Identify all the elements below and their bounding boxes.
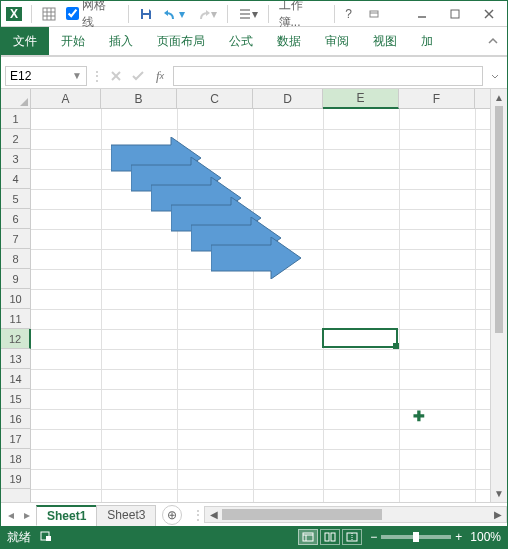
tab-file[interactable]: 文件: [1, 27, 49, 55]
sheet-nav[interactable]: ◂▸: [1, 508, 37, 522]
gridview-icon[interactable]: [40, 4, 58, 24]
formula-expand-icon[interactable]: [487, 71, 503, 81]
ribbon-collapse-icon[interactable]: [479, 27, 507, 55]
vertical-scrollbar[interactable]: ▲ ▼: [490, 89, 507, 502]
gridlines-checkbox[interactable]: 网格线: [64, 4, 120, 24]
sheet-tabs-row: ◂▸ Sheet1Sheet3 ⊕ ⋮ ◀ ▶: [1, 502, 507, 526]
scroll-up-icon[interactable]: ▲: [491, 89, 507, 106]
horizontal-scrollbar[interactable]: ◀ ▶: [204, 506, 507, 523]
workbook-dropdown[interactable]: 工作簿...: [277, 4, 327, 24]
cells-area[interactable]: ✚: [31, 109, 507, 502]
row-header-13[interactable]: 13: [1, 349, 30, 369]
selection-rect: [322, 328, 398, 348]
zoom-knob[interactable]: [413, 532, 419, 542]
svg-rect-26: [331, 533, 335, 541]
row-header-5[interactable]: 5: [1, 189, 30, 209]
arrow-shape[interactable]: [211, 237, 301, 282]
svg-rect-2: [43, 8, 55, 20]
view-normal-icon[interactable]: [298, 529, 318, 545]
add-sheet-button[interactable]: ⊕: [162, 505, 182, 525]
row-header-6[interactable]: 6: [1, 209, 30, 229]
zoom-level[interactable]: 100%: [470, 530, 501, 544]
tab-home[interactable]: 开始: [49, 27, 97, 55]
help-icon[interactable]: ?: [343, 4, 354, 24]
redo-icon[interactable]: ▾: [193, 4, 219, 24]
zoom-slider[interactable]: − +: [370, 530, 462, 544]
tab-layout[interactable]: 页面布局: [145, 27, 217, 55]
row-header-7[interactable]: 7: [1, 229, 30, 249]
tab-insert[interactable]: 插入: [97, 27, 145, 55]
col-header-B[interactable]: B: [101, 89, 177, 108]
zoom-out-icon[interactable]: −: [370, 530, 377, 544]
svg-rect-8: [143, 15, 149, 19]
row-header-14[interactable]: 14: [1, 369, 30, 389]
vscroll-thumb[interactable]: [495, 106, 503, 333]
plus-cursor-icon: ✚: [413, 409, 425, 423]
save-icon[interactable]: [137, 4, 155, 24]
maximize-button[interactable]: [441, 4, 469, 24]
accept-formula-icon[interactable]: [129, 67, 147, 85]
chevron-down-icon[interactable]: ▼: [72, 70, 82, 81]
name-box-value: E12: [10, 69, 31, 83]
row-header-18[interactable]: 18: [1, 449, 30, 469]
status-ready: 就绪: [7, 529, 31, 546]
col-header-E[interactable]: E: [323, 89, 399, 109]
svg-rect-12: [370, 11, 378, 17]
scroll-left-icon[interactable]: ◀: [205, 509, 222, 520]
gridlines-check[interactable]: [66, 7, 79, 20]
sheet-tab-sheet3[interactable]: Sheet3: [96, 505, 156, 526]
svg-rect-25: [325, 533, 329, 541]
cancel-formula-icon[interactable]: [107, 67, 125, 85]
row-header-16[interactable]: 16: [1, 409, 30, 429]
tab-formulas[interactable]: 公式: [217, 27, 265, 55]
minimize-button[interactable]: [408, 4, 436, 24]
view-page-break-icon[interactable]: [342, 529, 362, 545]
row-header-12[interactable]: 12: [1, 329, 31, 349]
formula-input[interactable]: [173, 66, 483, 86]
quick-access-toolbar: X 网格线 ▾ ▾ ▾ 工作簿... ?: [1, 1, 507, 27]
tab-view[interactable]: 视图: [361, 27, 409, 55]
row-header-11[interactable]: 11: [1, 309, 30, 329]
ribbon-tabs: 文件 开始 插入 页面布局 公式 数据 审阅 视图 加: [1, 27, 507, 57]
undo-icon[interactable]: ▾: [161, 4, 187, 24]
scroll-down-icon[interactable]: ▼: [491, 485, 507, 502]
svg-rect-15: [451, 10, 459, 18]
row-header-3[interactable]: 3: [1, 149, 30, 169]
name-box[interactable]: E12 ▼: [5, 66, 87, 86]
row-header-17[interactable]: 17: [1, 429, 30, 449]
row-header-9[interactable]: 9: [1, 269, 30, 289]
row-header-2[interactable]: 2: [1, 129, 30, 149]
view-page-layout-icon[interactable]: [320, 529, 340, 545]
row-header-10[interactable]: 10: [1, 289, 30, 309]
record-macro-icon[interactable]: [39, 529, 53, 546]
col-header-F[interactable]: F: [399, 89, 475, 108]
col-header-D[interactable]: D: [253, 89, 323, 108]
hscroll-split[interactable]: ⋮: [192, 508, 204, 522]
row-header-4[interactable]: 4: [1, 169, 30, 189]
fx-icon[interactable]: fx: [151, 67, 169, 85]
tab-data[interactable]: 数据: [265, 27, 313, 55]
ribbon-min-icon[interactable]: [360, 4, 388, 24]
hscroll-thumb[interactable]: [222, 509, 382, 520]
tab-review[interactable]: 审阅: [313, 27, 361, 55]
status-bar: 就绪 − + 100%: [1, 526, 507, 548]
zoom-in-icon[interactable]: +: [455, 530, 462, 544]
excel-logo-icon: X: [5, 5, 23, 23]
select-all-corner[interactable]: [1, 89, 31, 108]
row-header-15[interactable]: 15: [1, 389, 30, 409]
svg-rect-22: [303, 533, 313, 541]
col-header-A[interactable]: A: [31, 89, 101, 108]
sheet-tab-sheet1[interactable]: Sheet1: [36, 505, 97, 526]
row-header-8[interactable]: 8: [1, 249, 30, 269]
fill-handle[interactable]: [393, 343, 399, 349]
row-header-19[interactable]: 19: [1, 469, 30, 489]
col-header-C[interactable]: C: [177, 89, 253, 108]
close-button[interactable]: [475, 4, 503, 24]
svg-rect-7: [143, 9, 149, 13]
row-header-1[interactable]: 1: [1, 109, 30, 129]
column-headers: ABCDEF: [1, 89, 507, 109]
tab-add[interactable]: 加: [409, 27, 445, 55]
list-icon[interactable]: ▾: [236, 4, 260, 24]
svg-rect-21: [46, 536, 51, 541]
scroll-right-icon[interactable]: ▶: [489, 509, 506, 520]
